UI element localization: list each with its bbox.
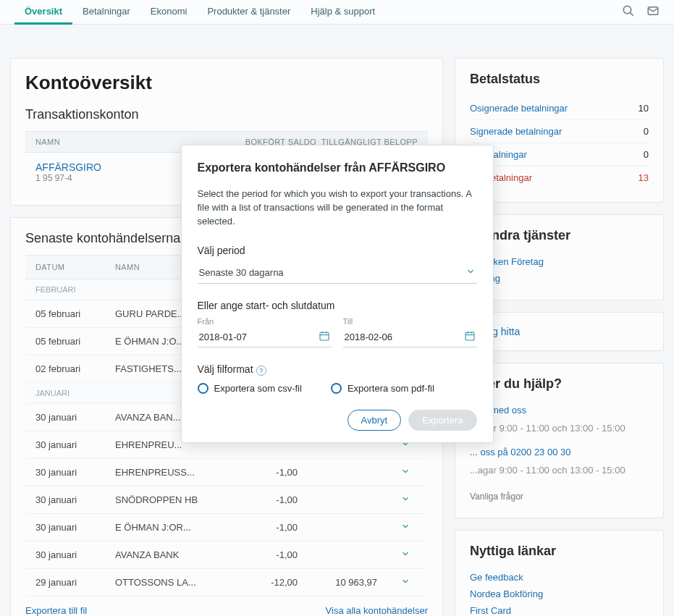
status-row[interactable]: Signerade betalningar0: [470, 119, 649, 143]
status-title: Betalstatus: [470, 72, 649, 87]
tx-row[interactable]: 30 januariSNÖDROPPEN HB-1,00: [25, 486, 428, 514]
chevron-down-icon[interactable]: [400, 494, 410, 506]
info-icon[interactable]: ?: [256, 366, 266, 376]
view-all-tx-link[interactable]: Visa alla kontohändelser: [326, 605, 428, 616]
nav-tab--versikt[interactable]: Översikt: [14, 0, 72, 25]
service-link[interactable]: ...sning: [470, 270, 649, 287]
from-date-input[interactable]: 2018-01-07: [198, 327, 332, 347]
to-date-input[interactable]: 2018-02-06: [343, 327, 477, 347]
useful-link[interactable]: Ge feedback: [470, 569, 649, 586]
period-label: Välj period: [198, 245, 477, 256]
range-label: Eller ange start- och slutdatum: [198, 300, 477, 311]
tx-row[interactable]: 29 januariOTTOSSONS LA...-12,0010 963,97: [25, 569, 428, 596]
status-row[interactable]: ...e betalningar13: [470, 166, 649, 189]
calendar-icon[interactable]: [319, 330, 330, 344]
chevron-down-icon[interactable]: [400, 549, 410, 561]
top-nav: ÖversiktBetalningarEkonomiProdukter & tj…: [0, 0, 674, 25]
mail-icon[interactable]: [646, 4, 660, 20]
page-title: Kontoöversikt: [25, 72, 428, 94]
chevron-down-icon[interactable]: [400, 521, 410, 533]
search-icon[interactable]: [622, 4, 635, 20]
nav-tab-hj-lp-support[interactable]: Hjälp & support: [300, 0, 385, 25]
accounts-subtitle: Transaktionskonton: [25, 107, 428, 122]
radio-csv[interactable]: Exportera som csv-fil: [198, 383, 302, 394]
call-link[interactable]: ... oss på 0200 23 00 30: [470, 444, 649, 460]
export-modal: Exportera kontohändelser från AFFÄRSGIRO…: [181, 145, 494, 443]
calendar-icon[interactable]: [464, 330, 476, 344]
radio-pdf[interactable]: Exportera som pdf-fil: [331, 383, 434, 394]
useful-link[interactable]: Nordea Bokföring: [470, 586, 649, 602]
chevron-down-icon[interactable]: [400, 576, 410, 588]
modal-title: Exportera kontohändelser från AFFÄRSGIRO: [198, 161, 477, 174]
modal-desc: Select the period for which you wish to …: [198, 187, 477, 229]
svg-rect-37: [466, 332, 474, 340]
chevron-down-icon[interactable]: [400, 466, 410, 478]
tx-row[interactable]: 30 januariE ÖHMAN J:OR...-1,00: [25, 514, 428, 541]
status-row[interactable]: ... betalningar0: [470, 143, 649, 166]
chevron-down-icon: [466, 266, 476, 279]
nav-tab-ekonomi[interactable]: Ekonomi: [140, 0, 198, 25]
period-select[interactable]: Senaste 30 dagarna: [198, 262, 477, 284]
export-button[interactable]: Exportera: [408, 410, 476, 431]
faq-link[interactable]: Vanliga frågor: [470, 489, 649, 505]
export-to-file-link[interactable]: Exportera till fil: [25, 605, 87, 616]
tx-row[interactable]: 30 januariAVANZA BANK-1,00: [25, 541, 428, 569]
nav-tab-produkter-tj-nster[interactable]: Produkter & tjänster: [197, 0, 300, 25]
chat-link[interactable]: ...tta med oss: [470, 402, 649, 418]
svg-line-1: [630, 12, 633, 16]
status-row[interactable]: Osignerade betalningar10: [470, 97, 649, 119]
svg-point-0: [623, 6, 631, 14]
format-label: Välj filformat?: [198, 363, 477, 376]
tx-row[interactable]: 30 januariEHRENPREUSS...-1,00: [25, 459, 428, 486]
cancel-button[interactable]: Avbryt: [347, 410, 402, 431]
nav-tab-betalningar[interactable]: Betalningar: [72, 0, 140, 25]
service-link[interactable]: ...banken Företag: [470, 253, 649, 270]
useful-links-card: Nyttiga länkar Ge feedbackNordea Bokföri…: [455, 530, 664, 616]
svg-rect-33: [320, 332, 329, 340]
useful-link[interactable]: First Card: [470, 602, 649, 616]
